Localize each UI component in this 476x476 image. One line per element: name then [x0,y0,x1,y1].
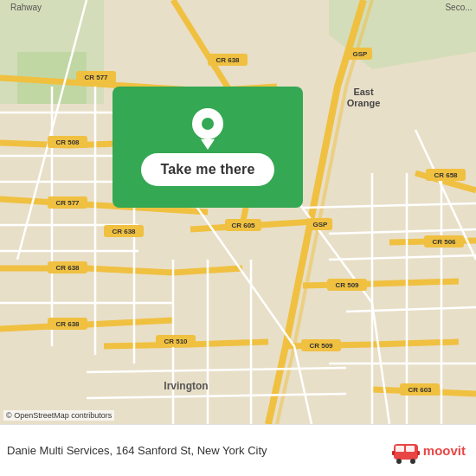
svg-text:GSP: GSP [313,221,329,228]
location-pin [192,108,223,146]
svg-text:GSP: GSP [353,50,369,58]
svg-point-66 [396,459,402,464]
svg-text:CR 658: CR 658 [434,171,458,179]
svg-text:CR 605: CR 605 [231,222,255,229]
svg-text:Orange: Orange [347,98,381,108]
pin-dot [202,118,214,130]
svg-text:CR 603: CR 603 [408,386,432,394]
moovit-text: moovit [423,443,466,458]
svg-text:Seco...: Seco... [445,3,472,12]
svg-text:CR 638: CR 638 [55,320,80,328]
take-me-there-button[interactable]: Take me there [141,153,273,186]
svg-rect-68 [392,451,395,455]
svg-text:Rahway: Rahway [10,3,42,12]
map-attribution: © OpenStreetMap contributors [3,410,114,421]
svg-text:CR 638: CR 638 [55,264,80,272]
svg-text:CR 638: CR 638 [215,56,240,64]
pin-tail [201,139,215,150]
svg-rect-69 [417,451,420,455]
svg-text:CR 506: CR 506 [432,238,456,246]
svg-text:Irvington: Irvington [164,380,208,392]
svg-text:East: East [353,87,374,97]
location-text: Danie Multi Services, 164 Sanford St, Ne… [7,444,392,457]
bottom-bar: Danie Multi Services, 164 Sanford St, Ne… [0,424,476,476]
svg-point-67 [410,459,415,464]
svg-rect-65 [406,446,415,452]
svg-text:CR 510: CR 510 [164,338,188,345]
svg-text:CR 638: CR 638 [112,228,136,235]
svg-text:CR 509: CR 509 [335,281,359,289]
moovit-icon [392,437,420,465]
svg-text:CR 577: CR 577 [55,199,80,207]
pin-circle [192,108,223,139]
location-overlay: Take me there [113,87,303,208]
svg-text:CR 509: CR 509 [309,342,333,350]
svg-text:CR 577: CR 577 [84,74,108,81]
svg-rect-64 [396,446,404,452]
moovit-logo: moovit [392,437,466,465]
svg-text:CR 508: CR 508 [55,138,80,146]
map-container: CR 577 CR 638 GSP East Orange CR 508 CR … [0,0,476,424]
